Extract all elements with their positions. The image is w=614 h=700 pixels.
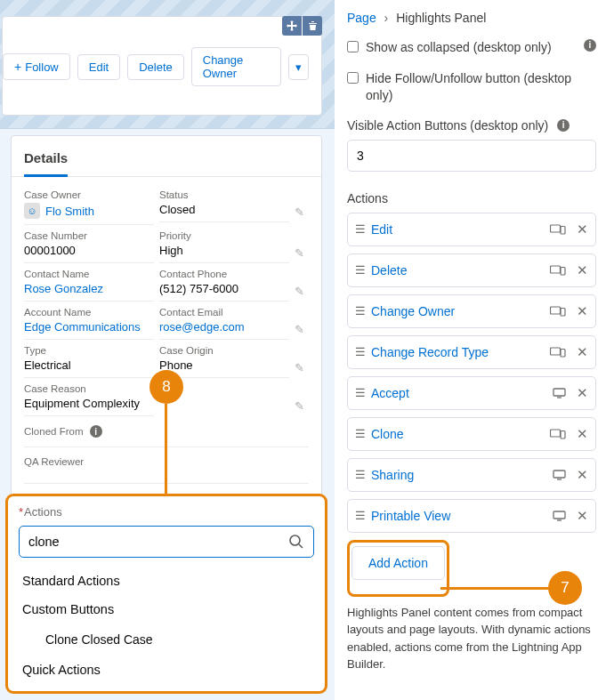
drag-handle-icon[interactable]: ☰ [355,222,364,236]
more-actions-button[interactable]: ▾ [288,54,309,80]
edit-pencil-icon[interactable]: ✎ [295,269,309,298]
drag-handle-icon[interactable]: ☰ [355,386,364,399]
search-icon [288,534,304,550]
move-icon[interactable] [282,16,302,36]
callout-8: 8 [149,370,183,404]
edit-pencil-icon[interactable]: ✎ [295,230,309,260]
device-icon [550,306,566,317]
svg-point-0 [290,535,300,545]
contact-name-value[interactable]: Rose Gonzalez [24,279,154,302]
remove-action-icon[interactable]: ✕ [577,262,588,278]
contact-phone-value: (512) 757-6000 [159,279,289,302]
drag-handle-icon[interactable]: ☰ [355,345,364,358]
action-row[interactable]: ☰Sharing✕ [347,458,596,492]
edit-pencil-icon[interactable]: ✎ [295,307,309,336]
checkbox-hide-follow[interactable]: Hide Follow/Unfollow button (desktop onl… [347,70,596,118]
visible-actions-input[interactable] [347,140,596,172]
edit-pencil-icon[interactable]: ✎ [295,383,309,413]
edit-pencil-icon[interactable]: ✎ [295,345,309,374]
priority-label: Priority [159,230,289,241]
action-row[interactable]: ☰Clone✕ [347,417,596,451]
checkbox-show-collapsed[interactable]: Show as collapsed (desktop only) i [347,39,596,70]
highlights-card: + Follow Edit Delete Change Owner ▾ [2,16,322,116]
remove-action-icon[interactable]: ✕ [577,221,588,237]
action-row-label: Delete [371,263,543,278]
action-row[interactable]: ☰Delete✕ [347,253,596,287]
action-row-label: Change Owner [371,304,543,318]
case-reason-value: Equipment Complexity [24,394,154,416]
status-label: Status [159,189,289,200]
action-row-label: Sharing [371,468,545,482]
remove-action-icon[interactable]: ✕ [577,508,588,524]
add-action-button[interactable]: Add Action [351,546,445,580]
action-row[interactable]: ☰Edit✕ [347,213,596,246]
svg-rect-12 [551,430,561,437]
action-row-label: Clone [371,427,543,441]
help-text: Highlights Panel content comes from comp… [347,597,596,673]
case-owner-value[interactable]: ☺ Flo Smith [24,200,154,225]
device-icon [550,347,566,358]
info-icon[interactable]: i [90,425,102,438]
checkbox-show-collapsed-input[interactable] [347,41,359,52]
contact-phone-label: Contact Phone [159,269,289,279]
priority-value: High [159,241,289,263]
info-icon[interactable]: i [557,119,570,132]
remove-action-icon[interactable]: ✕ [577,385,588,401]
remove-action-icon[interactable]: ✕ [577,426,588,442]
drag-handle-icon[interactable]: ☰ [355,509,364,522]
remove-action-icon[interactable]: ✕ [577,467,588,483]
svg-rect-6 [551,307,561,314]
info-icon[interactable]: i [584,39,596,52]
group-global-actions[interactable]: Global Actions [19,684,314,694]
checkbox-hide-follow-input[interactable] [347,72,359,84]
add-action-highlight: Add Action [347,540,449,597]
visible-actions-label: Visible Action Buttons (desktop only) [347,118,548,133]
account-name-label: Account Name [24,307,154,318]
follow-button[interactable]: + Follow [3,53,70,80]
drag-handle-icon[interactable]: ☰ [355,427,364,440]
case-owner-label: Case Owner [24,189,154,200]
actions-search-input[interactable]: clone [19,526,314,558]
device-icon [550,429,566,439]
drag-handle-icon[interactable]: ☰ [355,468,364,481]
callout-line [165,404,167,496]
svg-rect-14 [553,471,565,478]
group-custom-buttons[interactable]: Custom Buttons [19,595,314,624]
action-row[interactable]: ☰Printable View✕ [347,499,596,533]
svg-rect-10 [553,389,565,396]
edit-button[interactable]: Edit [77,54,120,80]
case-number-value: 00001000 [24,241,154,263]
svg-rect-2 [551,225,561,232]
svg-rect-13 [561,430,565,439]
edit-pencil-icon[interactable]: ✎ [295,189,309,219]
delete-button[interactable]: Delete [127,54,184,80]
remove-action-icon[interactable]: ✕ [577,303,588,319]
action-row-label: Edit [371,222,543,237]
case-number-label: Case Number [24,230,154,241]
drag-handle-icon[interactable]: ☰ [355,304,364,318]
change-owner-button[interactable]: Change Owner [191,47,282,86]
action-option-clone-closed-case[interactable]: Clone Closed Case [19,624,314,656]
svg-line-1 [299,544,303,548]
breadcrumb-page[interactable]: Page [347,11,376,25]
contact-email-value[interactable]: rose@edge.com [159,318,289,340]
action-row-label: Printable View [371,509,545,523]
action-row[interactable]: ☰Accept✕ [347,376,596,410]
delete-component-icon[interactable] [303,16,322,36]
remove-action-icon[interactable]: ✕ [577,344,588,360]
svg-rect-3 [561,226,565,234]
device-icon [550,224,566,235]
action-row[interactable]: ☰Change Record Type✕ [347,335,596,369]
breadcrumb: Page › Highlights Panel [347,11,596,39]
account-name-value[interactable]: Edge Communications [24,318,154,340]
group-quick-actions[interactable]: Quick Actions [19,656,314,684]
action-row[interactable]: ☰Change Owner✕ [347,294,596,328]
tab-details[interactable]: Details [24,150,68,177]
drag-handle-icon[interactable]: ☰ [355,263,364,277]
type-value: Electrical [24,356,154,378]
device-icon [553,388,566,398]
actions-section-label: Actions [347,191,596,213]
callout-7: 7 [548,571,582,605]
device-icon [550,265,566,276]
group-standard-actions[interactable]: Standard Actions [19,567,314,595]
